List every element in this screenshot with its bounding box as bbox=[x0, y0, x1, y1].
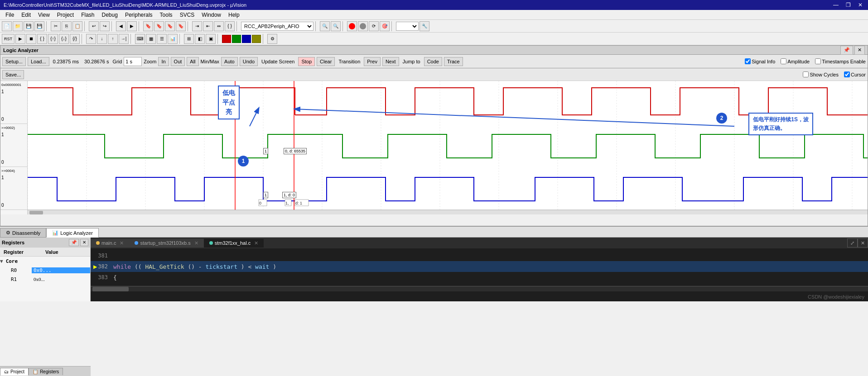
step-into-btn[interactable]: ↓ bbox=[97, 34, 107, 44]
menu-project[interactable]: Project bbox=[53, 11, 77, 19]
indent-btn[interactable]: ⇥ bbox=[192, 21, 202, 31]
la-code-btn[interactable]: Code bbox=[424, 57, 442, 66]
run-to-btn[interactable]: →| bbox=[119, 34, 129, 44]
la-zoom-in-btn[interactable]: In bbox=[158, 57, 169, 66]
braces2-btn[interactable]: {↑} bbox=[48, 34, 58, 44]
la-load-btn[interactable]: Load... bbox=[28, 57, 49, 66]
col-btn3[interactable] bbox=[242, 35, 251, 43]
nav-fwd-btn[interactable]: ▶ bbox=[127, 21, 137, 31]
menu-window[interactable]: Window bbox=[198, 11, 225, 19]
show-cycles-label[interactable]: Show Cycles bbox=[803, 71, 839, 77]
unindent-btn[interactable]: ⇤ bbox=[203, 21, 213, 31]
code-tab-hal[interactable]: stm32f1xx_hal.c ✕ bbox=[204, 239, 264, 247]
menu-tools[interactable]: Tools bbox=[156, 11, 176, 19]
undo-btn[interactable]: ↩ bbox=[89, 21, 99, 31]
stop-btn[interactable] bbox=[358, 21, 368, 31]
target-btn[interactable]: 🎯 bbox=[380, 21, 390, 31]
mem-btn[interactable]: ▦ bbox=[146, 34, 156, 44]
view-btn1[interactable]: ⊞ bbox=[184, 34, 194, 44]
minimize-button[interactable]: — bbox=[831, 2, 840, 8]
amplitude-label[interactable]: Amplitude bbox=[781, 58, 810, 64]
col-btn1[interactable] bbox=[222, 35, 231, 43]
menu-view[interactable]: View bbox=[34, 11, 53, 19]
screen-select[interactable] bbox=[396, 22, 419, 31]
open-btn[interactable]: 📁 bbox=[13, 21, 23, 31]
signal-info-label[interactable]: Signal Info bbox=[745, 58, 775, 64]
la-zoom-out-btn[interactable]: Out bbox=[171, 57, 185, 66]
timestamps-check[interactable] bbox=[815, 58, 821, 64]
new-btn[interactable]: 📄 bbox=[2, 21, 12, 31]
menu-file[interactable]: File bbox=[2, 11, 18, 19]
view-btn2[interactable]: ◧ bbox=[195, 34, 205, 44]
cursor-check[interactable] bbox=[844, 71, 850, 77]
view-btn3[interactable]: ▣ bbox=[206, 34, 216, 44]
la-btn[interactable]: 📊 bbox=[168, 34, 178, 44]
redo-btn[interactable]: ↪ bbox=[100, 21, 110, 31]
code-panel-expand-btn[interactable]: ⤢ bbox=[847, 238, 858, 247]
run-btn[interactable] bbox=[347, 21, 357, 31]
menu-edit[interactable]: Edit bbox=[18, 11, 34, 19]
nav-back-btn[interactable]: ◀ bbox=[116, 21, 126, 31]
la-zoom-all-btn[interactable]: All bbox=[187, 57, 198, 66]
settings-btn[interactable]: ⚙ bbox=[267, 34, 277, 44]
reg-close-btn[interactable]: ✕ bbox=[80, 239, 88, 246]
la-close-btn[interactable]: ✕ bbox=[854, 46, 865, 55]
la-setup-btn[interactable]: Setup... bbox=[2, 57, 26, 66]
menu-peripherals[interactable]: Peripherals bbox=[121, 11, 156, 19]
amplitude-check[interactable] bbox=[781, 58, 786, 64]
menu-help[interactable]: Help bbox=[225, 11, 243, 19]
tab-logic-analyzer[interactable]: 📊 Logic Analyzer bbox=[46, 228, 99, 238]
la-next-btn[interactable]: Next bbox=[382, 57, 399, 66]
la-save-btn[interactable]: Save... bbox=[2, 70, 24, 79]
format-btn[interactable]: ⇔ bbox=[214, 21, 224, 31]
code-panel-close-btn[interactable]: ✕ bbox=[858, 238, 868, 247]
bookmark4-btn[interactable]: 🔖 bbox=[176, 21, 186, 31]
reg-pin-btn[interactable]: 📌 bbox=[69, 239, 79, 246]
search-btn[interactable]: 🔍 bbox=[320, 21, 330, 31]
reset-btn[interactable]: ⟳ bbox=[369, 21, 379, 31]
copy-btn[interactable]: ⎘ bbox=[62, 21, 72, 31]
tab-disassembly[interactable]: ⚙ Disassembly bbox=[0, 228, 46, 237]
step-over-btn[interactable]: ↷ bbox=[86, 34, 96, 44]
la-undo-btn[interactable]: Undo bbox=[240, 57, 258, 66]
save-all-btn[interactable]: 💾 bbox=[34, 21, 44, 31]
la-stop-btn[interactable]: Stop bbox=[298, 57, 315, 66]
timestamps-label[interactable]: Timestamps Enable bbox=[815, 58, 866, 64]
target-select[interactable]: RCC_APB2Periph_AFIO bbox=[241, 22, 313, 31]
la-auto-btn[interactable]: Auto bbox=[221, 57, 238, 66]
hal-tab-close[interactable]: ✕ bbox=[254, 240, 258, 246]
col-btn4[interactable] bbox=[252, 35, 261, 43]
la-pin-btn[interactable]: 📌 bbox=[840, 46, 853, 55]
bookmark2-btn[interactable]: 🔖 bbox=[154, 21, 164, 31]
main-tab-close[interactable]: ✕ bbox=[120, 240, 124, 246]
step-out-btn[interactable]: ↑ bbox=[108, 34, 118, 44]
braces4-btn[interactable]: {/} bbox=[70, 34, 80, 44]
project-tab[interactable]: 🗂 Project bbox=[0, 368, 29, 376]
menu-flash[interactable]: Flash bbox=[77, 11, 98, 19]
la-clear-btn[interactable]: Clear bbox=[317, 57, 335, 66]
startup-tab-close[interactable]: ✕ bbox=[194, 240, 198, 246]
la-grid-input[interactable] bbox=[124, 57, 142, 66]
cmd-btn[interactable]: ⌨ bbox=[135, 34, 145, 44]
bookmark-btn[interactable]: 🔖 bbox=[143, 21, 153, 31]
horizontal-scrollbar[interactable] bbox=[28, 210, 868, 214]
code-tab-startup[interactable]: startup_stm32f103xb.s ✕ bbox=[129, 239, 203, 247]
col-btn2[interactable] bbox=[232, 35, 241, 43]
show-cycles-check[interactable] bbox=[803, 71, 809, 77]
rst-btn[interactable]: RST bbox=[2, 34, 14, 44]
dbg-btn1[interactable]: ▶ bbox=[15, 34, 25, 44]
paste-btn[interactable]: 📋 bbox=[72, 21, 82, 31]
code-tab-main[interactable]: main.c ✕ bbox=[91, 239, 129, 247]
menu-svcs[interactable]: SVCS bbox=[176, 11, 198, 19]
comment-btn[interactable]: { } bbox=[225, 21, 235, 31]
bookmark3-btn[interactable]: 🔖 bbox=[165, 21, 175, 31]
code-scrollbar[interactable] bbox=[91, 286, 868, 291]
la-trace-btn[interactable]: Trace bbox=[444, 57, 463, 66]
maximize-button[interactable]: ❐ bbox=[844, 2, 853, 8]
save-btn[interactable]: 💾 bbox=[24, 21, 34, 31]
la-prev-btn[interactable]: Prev bbox=[364, 57, 381, 66]
cut-btn[interactable]: ✂ bbox=[51, 21, 61, 31]
menu-debug[interactable]: Debug bbox=[98, 11, 121, 19]
periph-btn[interactable]: ☰ bbox=[157, 34, 167, 44]
braces-btn[interactable]: { } bbox=[37, 34, 47, 44]
